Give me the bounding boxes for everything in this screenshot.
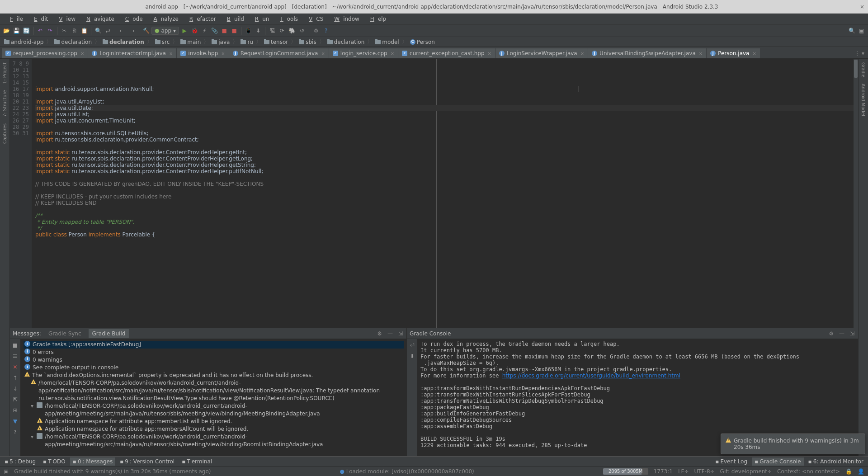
down-icon[interactable]: ↓ <box>11 384 20 393</box>
tab-login_service-cpp[interactable]: clogin_service.cpp× <box>329 48 398 58</box>
close-icon[interactable]: × <box>169 51 173 56</box>
breadcrumb-main[interactable]: main <box>179 38 202 46</box>
message-line[interactable]: i0 warnings <box>24 356 404 364</box>
memory-indicator[interactable]: 2095 of 3005M <box>603 468 648 475</box>
copy-icon[interactable]: ⎘ <box>70 26 79 35</box>
message-line[interactable]: ▾/home/local/TENSOR-CORP/pa.solodovnikov… <box>24 433 404 448</box>
close-icon[interactable]: ✕ <box>11 363 20 372</box>
structure-icon[interactable]: 🏗 <box>268 26 277 35</box>
menu-help[interactable]: Help <box>363 14 390 24</box>
toggle-panels-icon[interactable]: ▣ <box>857 26 866 35</box>
line-separator[interactable]: LF÷ <box>678 468 689 475</box>
bottombar-terminal[interactable]: ▪Terminal <box>179 457 215 466</box>
run-configuration-dropdown[interactable]: ⬣ app ▾ <box>151 27 179 35</box>
cursor-position[interactable]: 1773:1 <box>654 468 673 475</box>
tab-logininteractorimpl-java[interactable]: JLoginInteractorImpl.java× <box>88 48 177 58</box>
hector-icon[interactable]: 👤 <box>858 468 864 475</box>
message-line[interactable]: iSee complete output in console <box>24 364 404 372</box>
menu-navigate[interactable]: Navigate <box>79 14 118 24</box>
minimize-icon[interactable]: — <box>387 330 394 338</box>
breadcrumb-person[interactable]: CPerson <box>409 38 436 46</box>
close-icon[interactable]: × <box>580 51 584 56</box>
close-icon[interactable]: × <box>321 51 325 56</box>
breadcrumb-src[interactable]: src <box>154 38 171 46</box>
menu-view[interactable]: View <box>52 14 79 24</box>
gradle-build-tab[interactable]: Gradle Build <box>89 329 129 338</box>
hide-icon[interactable]: ⇲ <box>397 330 404 338</box>
up-icon[interactable]: ↑ <box>11 373 20 382</box>
avd-icon[interactable]: 📱 <box>244 26 253 35</box>
tab-current_exception_cast-hpp[interactable]: ccurrent_exception_cast.hpp× <box>398 48 495 58</box>
minimize-icon[interactable]: — <box>838 330 845 338</box>
bottombar-0--messages[interactable]: ▪0: Messages <box>70 457 115 466</box>
breadcrumb-android-app[interactable]: android-app <box>3 38 45 46</box>
menu-build[interactable]: Build <box>220 14 248 24</box>
expand-icon[interactable]: ⊞ <box>11 406 20 415</box>
attach-icon[interactable]: 📎 <box>210 26 219 35</box>
find-icon[interactable]: 🔍 <box>94 26 103 35</box>
breadcrumb-declaration[interactable]: declaration <box>53 38 93 46</box>
rail-1--project[interactable]: 1: Project <box>2 61 8 85</box>
profile-icon[interactable]: ⚡ <box>200 26 209 35</box>
message-line[interactable]: ▾/home/local/TENSOR-CORP/pa.solodovnikov… <box>24 402 404 418</box>
messages-content[interactable]: iGradle tasks [:app:assembleFastDebug]i0… <box>21 339 406 456</box>
rail-android-model[interactable]: Android Model <box>860 82 866 118</box>
filter-icon[interactable]: ▼ <box>11 417 20 426</box>
breadcrumb-sbis[interactable]: sbis <box>297 38 317 46</box>
breadcrumb-java[interactable]: java <box>210 38 231 46</box>
rail-captures[interactable]: Captures <box>2 122 8 146</box>
breadcrumb-model[interactable]: model <box>374 38 400 46</box>
rail-gradle[interactable]: Gradle <box>860 61 866 79</box>
bottombar-6--android-monitor[interactable]: ▪6: Android Monitor <box>806 457 866 466</box>
gear-icon[interactable]: ⚙ <box>376 330 383 338</box>
menu-refactor[interactable]: Refactor <box>182 14 220 24</box>
message-line[interactable]: Application namespace for attribute app:… <box>24 425 404 433</box>
code-editor[interactable]: 7 8 9 10 11 12 13 14 15 16 17 18 19 20 2… <box>10 59 858 328</box>
group-icon[interactable]: ☰ <box>11 352 20 361</box>
search-everywhere-icon[interactable]: 🔍 <box>847 26 856 35</box>
menu-edit[interactable]: Edit <box>27 14 52 24</box>
close-icon[interactable]: × <box>699 51 703 56</box>
menu-tools[interactable]: Tools <box>273 14 302 24</box>
message-line[interactable]: The `android.dexOptions.incremental` pro… <box>24 372 404 379</box>
menu-window[interactable]: Window <box>327 14 363 24</box>
bottombar-9--version-control[interactable]: ▪9: Version Control <box>117 457 177 466</box>
gradle-sync-tab[interactable]: Gradle Sync <box>45 329 85 338</box>
forward-icon[interactable]: → <box>127 26 137 35</box>
sync-icon[interactable]: 🔄 <box>22 26 31 35</box>
rail-7--structure[interactable]: 7: Structure <box>2 88 8 118</box>
redo-icon[interactable]: ↷ <box>46 26 55 35</box>
run-icon[interactable]: ▶ <box>180 26 189 35</box>
scroll-thumb[interactable] <box>854 60 858 78</box>
toggle-tools-icon[interactable]: ▣ <box>4 468 9 475</box>
breadcrumb-tensor[interactable]: tensor <box>263 38 289 46</box>
breadcrumb-declaration[interactable]: declaration <box>326 38 366 46</box>
wrap-icon[interactable]: ⏎ <box>408 341 417 350</box>
help-icon[interactable]: ? <box>321 26 330 35</box>
gear-icon[interactable]: ⚙ <box>828 330 835 338</box>
git-branch[interactable]: Git: development÷ <box>720 468 772 475</box>
code-content[interactable]: import android.support.annotation.NonNul… <box>32 59 858 328</box>
menu-vcs[interactable]: VCS <box>302 14 327 24</box>
paste-icon[interactable]: 📋 <box>80 26 89 35</box>
save-icon[interactable]: 💾 <box>12 26 21 35</box>
message-line[interactable]: /home/local/TENSOR-CORP/pa.solodovnikov/… <box>24 379 404 402</box>
revert-icon[interactable]: ↺ <box>297 26 307 35</box>
bottombar-todo[interactable]: ▪TODO <box>40 457 68 466</box>
stop-icon[interactable]: ■ <box>11 341 20 350</box>
collapse-icon[interactable]: ▾ <box>31 402 33 410</box>
close-icon[interactable]: × <box>488 51 491 56</box>
export-icon[interactable]: ⇱ <box>11 395 20 404</box>
gradle-icon[interactable]: 🐘 <box>288 26 297 35</box>
message-line[interactable]: Application namespace for attribute app:… <box>24 418 404 425</box>
open-icon[interactable]: 📂 <box>2 26 11 35</box>
bottombar-event-log[interactable]: ▪Event Log <box>712 457 750 466</box>
debug-icon[interactable]: 🐞 <box>190 26 199 35</box>
close-icon[interactable]: × <box>391 51 394 56</box>
more-tabs-icon[interactable]: ⋮ ▾ <box>853 48 866 58</box>
tab-request_processing-cpp[interactable]: crequest_processing.cpp× <box>2 48 88 58</box>
help-icon[interactable]: ? <box>11 428 20 437</box>
menu-code[interactable]: Code <box>118 14 146 24</box>
message-line[interactable]: iGradle tasks [:app:assembleFastDebug] <box>24 341 404 349</box>
undo-icon[interactable]: ↶ <box>36 26 45 35</box>
